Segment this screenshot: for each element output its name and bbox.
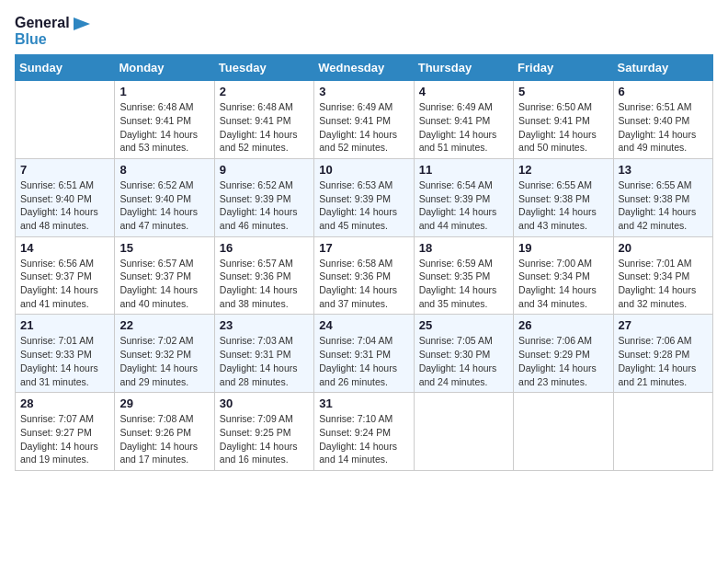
weekday-header: Thursday (414, 55, 513, 81)
cell-content: Sunrise: 7:10 AM Sunset: 9:24 PM Dayligh… (319, 412, 408, 466)
calendar-cell (514, 393, 613, 471)
weekday-header: Sunday (16, 55, 115, 81)
cell-content: Sunrise: 7:00 AM Sunset: 9:34 PM Dayligh… (518, 257, 608, 311)
day-number: 18 (419, 241, 508, 255)
calendar-cell: 2Sunrise: 6:48 AM Sunset: 9:41 PM Daylig… (214, 81, 313, 159)
weekday-header: Saturday (613, 55, 712, 81)
calendar-cell: 23Sunrise: 7:03 AM Sunset: 9:31 PM Dayli… (214, 315, 313, 393)
calendar-cell: 24Sunrise: 7:04 AM Sunset: 9:31 PM Dayli… (314, 315, 414, 393)
day-number: 14 (20, 241, 109, 255)
cell-content: Sunrise: 7:07 AM Sunset: 9:27 PM Dayligh… (20, 412, 109, 466)
day-number: 15 (119, 241, 209, 255)
calendar-header: SundayMondayTuesdayWednesdayThursdayFrid… (16, 55, 713, 81)
cell-content: Sunrise: 6:48 AM Sunset: 9:41 PM Dayligh… (119, 100, 209, 155)
cell-content: Sunrise: 6:49 AM Sunset: 9:41 PM Dayligh… (419, 100, 508, 155)
day-number: 5 (518, 85, 608, 98)
page-header: General Blue (15, 15, 713, 47)
day-number: 22 (119, 318, 209, 332)
cell-content: Sunrise: 6:52 AM Sunset: 9:39 PM Dayligh… (220, 178, 309, 233)
cell-content: Sunrise: 6:49 AM Sunset: 9:41 PM Dayligh… (319, 100, 408, 155)
day-number: 10 (319, 163, 408, 177)
day-number: 23 (220, 318, 309, 332)
cell-content: Sunrise: 7:02 AM Sunset: 9:32 PM Dayligh… (119, 334, 209, 388)
weekday-header: Monday (115, 55, 214, 81)
day-number: 24 (319, 318, 408, 332)
calendar-cell: 9Sunrise: 6:52 AM Sunset: 9:39 PM Daylig… (214, 158, 313, 236)
calendar-cell: 17Sunrise: 6:58 AM Sunset: 9:36 PM Dayli… (314, 236, 414, 315)
calendar-cell: 11Sunrise: 6:54 AM Sunset: 9:39 PM Dayli… (414, 158, 513, 236)
cell-content: Sunrise: 7:03 AM Sunset: 9:31 PM Dayligh… (220, 334, 309, 388)
calendar-cell: 12Sunrise: 6:55 AM Sunset: 9:38 PM Dayli… (514, 158, 613, 236)
day-number: 11 (419, 163, 508, 177)
weekday-header: Tuesday (214, 55, 313, 81)
calendar-cell: 10Sunrise: 6:53 AM Sunset: 9:39 PM Dayli… (314, 158, 414, 236)
calendar-cell (16, 81, 115, 159)
weekday-header: Friday (514, 55, 613, 81)
cell-content: Sunrise: 7:05 AM Sunset: 9:30 PM Dayligh… (419, 334, 508, 388)
cell-content: Sunrise: 7:06 AM Sunset: 9:28 PM Dayligh… (619, 334, 708, 388)
day-number: 6 (619, 85, 708, 98)
cell-content: Sunrise: 6:52 AM Sunset: 9:40 PM Dayligh… (119, 178, 209, 233)
cell-content: Sunrise: 7:06 AM Sunset: 9:29 PM Dayligh… (518, 334, 608, 388)
cell-content: Sunrise: 6:58 AM Sunset: 9:36 PM Dayligh… (319, 257, 408, 311)
calendar-cell: 18Sunrise: 6:59 AM Sunset: 9:35 PM Dayli… (414, 236, 513, 315)
day-number: 2 (220, 85, 309, 98)
calendar-cell: 29Sunrise: 7:08 AM Sunset: 9:26 PM Dayli… (115, 393, 214, 471)
calendar-cell: 4Sunrise: 6:49 AM Sunset: 9:41 PM Daylig… (414, 81, 513, 159)
calendar-cell: 1Sunrise: 6:48 AM Sunset: 9:41 PM Daylig… (115, 81, 214, 159)
calendar-table: SundayMondayTuesdayWednesdayThursdayFrid… (15, 54, 713, 471)
calendar-cell (414, 393, 513, 471)
calendar-cell: 15Sunrise: 6:57 AM Sunset: 9:37 PM Dayli… (115, 236, 214, 315)
day-number: 29 (119, 396, 209, 410)
cell-content: Sunrise: 7:09 AM Sunset: 9:25 PM Dayligh… (220, 412, 309, 466)
day-number: 3 (319, 85, 408, 98)
day-number: 20 (619, 241, 708, 255)
cell-content: Sunrise: 6:53 AM Sunset: 9:39 PM Dayligh… (319, 178, 408, 233)
cell-content: Sunrise: 6:55 AM Sunset: 9:38 PM Dayligh… (518, 178, 608, 233)
calendar-cell: 13Sunrise: 6:55 AM Sunset: 9:38 PM Dayli… (613, 158, 712, 236)
cell-content: Sunrise: 7:08 AM Sunset: 9:26 PM Dayligh… (119, 412, 209, 466)
day-number: 8 (119, 163, 209, 177)
calendar-cell: 28Sunrise: 7:07 AM Sunset: 9:27 PM Dayli… (16, 393, 115, 471)
day-number: 12 (518, 163, 608, 177)
calendar-cell: 27Sunrise: 7:06 AM Sunset: 9:28 PM Dayli… (613, 315, 712, 393)
svg-marker-0 (74, 17, 90, 30)
day-number: 30 (220, 396, 309, 410)
logo-text: General Blue (15, 15, 90, 47)
day-number: 27 (619, 318, 708, 332)
logo: General Blue (15, 15, 90, 47)
calendar-cell: 3Sunrise: 6:49 AM Sunset: 9:41 PM Daylig… (314, 81, 414, 159)
day-number: 1 (119, 85, 209, 98)
cell-content: Sunrise: 6:51 AM Sunset: 9:40 PM Dayligh… (619, 100, 708, 155)
cell-content: Sunrise: 6:57 AM Sunset: 9:36 PM Dayligh… (220, 257, 309, 311)
cell-content: Sunrise: 6:55 AM Sunset: 9:38 PM Dayligh… (619, 178, 708, 233)
day-number: 17 (319, 241, 408, 255)
calendar-cell: 14Sunrise: 6:56 AM Sunset: 9:37 PM Dayli… (16, 236, 115, 315)
calendar-cell: 20Sunrise: 7:01 AM Sunset: 9:34 PM Dayli… (613, 236, 712, 315)
calendar-cell: 22Sunrise: 7:02 AM Sunset: 9:32 PM Dayli… (115, 315, 214, 393)
cell-content: Sunrise: 6:57 AM Sunset: 9:37 PM Dayligh… (119, 257, 209, 311)
day-number: 13 (619, 163, 708, 177)
cell-content: Sunrise: 6:54 AM Sunset: 9:39 PM Dayligh… (419, 178, 508, 233)
day-number: 16 (220, 241, 309, 255)
cell-content: Sunrise: 6:48 AM Sunset: 9:41 PM Dayligh… (220, 100, 309, 155)
day-number: 7 (20, 163, 109, 177)
calendar-cell: 30Sunrise: 7:09 AM Sunset: 9:25 PM Dayli… (214, 393, 313, 471)
calendar-cell: 19Sunrise: 7:00 AM Sunset: 9:34 PM Dayli… (514, 236, 613, 315)
cell-content: Sunrise: 7:01 AM Sunset: 9:33 PM Dayligh… (20, 334, 109, 388)
calendar-cell: 7Sunrise: 6:51 AM Sunset: 9:40 PM Daylig… (16, 158, 115, 236)
cell-content: Sunrise: 6:56 AM Sunset: 9:37 PM Dayligh… (20, 257, 109, 311)
calendar-cell: 25Sunrise: 7:05 AM Sunset: 9:30 PM Dayli… (414, 315, 513, 393)
day-number: 4 (419, 85, 508, 98)
calendar-cell: 6Sunrise: 6:51 AM Sunset: 9:40 PM Daylig… (613, 81, 712, 159)
calendar-cell: 26Sunrise: 7:06 AM Sunset: 9:29 PM Dayli… (514, 315, 613, 393)
calendar-cell (613, 393, 712, 471)
day-number: 25 (419, 318, 508, 332)
cell-content: Sunrise: 6:59 AM Sunset: 9:35 PM Dayligh… (419, 257, 508, 311)
cell-content: Sunrise: 6:50 AM Sunset: 9:41 PM Dayligh… (518, 100, 608, 155)
calendar-cell: 5Sunrise: 6:50 AM Sunset: 9:41 PM Daylig… (514, 81, 613, 159)
day-number: 21 (20, 318, 109, 332)
cell-content: Sunrise: 6:51 AM Sunset: 9:40 PM Dayligh… (20, 178, 109, 233)
weekday-header: Wednesday (314, 55, 414, 81)
day-number: 28 (20, 396, 109, 410)
